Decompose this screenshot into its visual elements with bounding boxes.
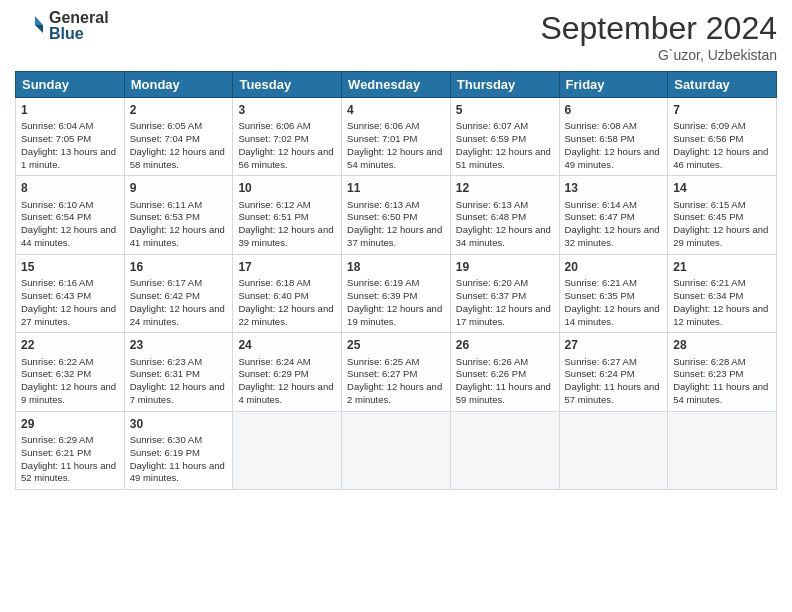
calendar-day-cell: 15Sunrise: 6:16 AMSunset: 6:43 PMDayligh… <box>16 254 125 332</box>
sunrise-time: Sunrise: 6:29 AM <box>21 434 93 445</box>
calendar-day-cell: 30Sunrise: 6:30 AMSunset: 6:19 PMDayligh… <box>124 411 233 489</box>
day-number: 14 <box>673 180 771 196</box>
location: G`uzor, Uzbekistan <box>540 47 777 63</box>
day-number: 18 <box>347 259 445 275</box>
sunset-time: Sunset: 6:48 PM <box>456 211 526 222</box>
sunset-time: Sunset: 7:01 PM <box>347 133 417 144</box>
sunset-time: Sunset: 6:26 PM <box>456 368 526 379</box>
sunrise-time: Sunrise: 6:30 AM <box>130 434 202 445</box>
header-tuesday: Tuesday <box>233 72 342 98</box>
calendar-day-cell: 22Sunrise: 6:22 AMSunset: 6:32 PMDayligh… <box>16 333 125 411</box>
daylight-hours: Daylight: 12 hours and 49 minutes. <box>565 146 660 170</box>
calendar-day-cell <box>559 411 668 489</box>
calendar-day-cell: 18Sunrise: 6:19 AMSunset: 6:39 PMDayligh… <box>342 254 451 332</box>
day-number: 2 <box>130 102 228 118</box>
calendar-table: Sunday Monday Tuesday Wednesday Thursday… <box>15 71 777 490</box>
sunrise-time: Sunrise: 6:13 AM <box>347 199 419 210</box>
sunrise-time: Sunrise: 6:18 AM <box>238 277 310 288</box>
sunrise-time: Sunrise: 6:27 AM <box>565 356 637 367</box>
day-number: 30 <box>130 416 228 432</box>
calendar-week-row: 29Sunrise: 6:29 AMSunset: 6:21 PMDayligh… <box>16 411 777 489</box>
logo-icon <box>15 11 45 41</box>
calendar-day-cell: 29Sunrise: 6:29 AMSunset: 6:21 PMDayligh… <box>16 411 125 489</box>
sunrise-time: Sunrise: 6:22 AM <box>21 356 93 367</box>
day-number: 5 <box>456 102 554 118</box>
daylight-hours: Daylight: 12 hours and 46 minutes. <box>673 146 768 170</box>
daylight-hours: Daylight: 12 hours and 7 minutes. <box>130 381 225 405</box>
header-monday: Monday <box>124 72 233 98</box>
daylight-hours: Daylight: 12 hours and 17 minutes. <box>456 303 551 327</box>
calendar-day-cell: 19Sunrise: 6:20 AMSunset: 6:37 PMDayligh… <box>450 254 559 332</box>
logo-blue: Blue <box>49 26 109 42</box>
day-number: 8 <box>21 180 119 196</box>
daylight-hours: Daylight: 12 hours and 29 minutes. <box>673 224 768 248</box>
sunset-time: Sunset: 6:59 PM <box>456 133 526 144</box>
day-number: 1 <box>21 102 119 118</box>
daylight-hours: Daylight: 11 hours and 59 minutes. <box>456 381 551 405</box>
calendar-day-cell: 2Sunrise: 6:05 AMSunset: 7:04 PMDaylight… <box>124 98 233 176</box>
header-sunday: Sunday <box>16 72 125 98</box>
calendar-week-row: 22Sunrise: 6:22 AMSunset: 6:32 PMDayligh… <box>16 333 777 411</box>
calendar-day-cell: 7Sunrise: 6:09 AMSunset: 6:56 PMDaylight… <box>668 98 777 176</box>
calendar-day-cell: 25Sunrise: 6:25 AMSunset: 6:27 PMDayligh… <box>342 333 451 411</box>
sunrise-time: Sunrise: 6:25 AM <box>347 356 419 367</box>
day-number: 12 <box>456 180 554 196</box>
day-number: 4 <box>347 102 445 118</box>
page-container: General Blue September 2024 G`uzor, Uzbe… <box>0 0 792 500</box>
sunset-time: Sunset: 6:56 PM <box>673 133 743 144</box>
day-number: 3 <box>238 102 336 118</box>
daylight-hours: Daylight: 12 hours and 56 minutes. <box>238 146 333 170</box>
calendar-day-cell: 9Sunrise: 6:11 AMSunset: 6:53 PMDaylight… <box>124 176 233 254</box>
sunrise-time: Sunrise: 6:11 AM <box>130 199 202 210</box>
calendar-day-cell <box>342 411 451 489</box>
calendar-day-cell: 3Sunrise: 6:06 AMSunset: 7:02 PMDaylight… <box>233 98 342 176</box>
sunset-time: Sunset: 6:58 PM <box>565 133 635 144</box>
day-number: 29 <box>21 416 119 432</box>
sunset-time: Sunset: 7:04 PM <box>130 133 200 144</box>
calendar-day-cell: 5Sunrise: 6:07 AMSunset: 6:59 PMDaylight… <box>450 98 559 176</box>
calendar-day-cell <box>668 411 777 489</box>
sunrise-time: Sunrise: 6:23 AM <box>130 356 202 367</box>
daylight-hours: Daylight: 11 hours and 54 minutes. <box>673 381 768 405</box>
logo-text: General Blue <box>49 10 109 42</box>
day-number: 16 <box>130 259 228 275</box>
daylight-hours: Daylight: 12 hours and 12 minutes. <box>673 303 768 327</box>
sunset-time: Sunset: 6:47 PM <box>565 211 635 222</box>
sunrise-time: Sunrise: 6:16 AM <box>21 277 93 288</box>
day-number: 11 <box>347 180 445 196</box>
sunset-time: Sunset: 6:51 PM <box>238 211 308 222</box>
calendar-header-row: Sunday Monday Tuesday Wednesday Thursday… <box>16 72 777 98</box>
sunset-time: Sunset: 6:42 PM <box>130 290 200 301</box>
calendar-week-row: 1Sunrise: 6:04 AMSunset: 7:05 PMDaylight… <box>16 98 777 176</box>
day-number: 24 <box>238 337 336 353</box>
sunrise-time: Sunrise: 6:17 AM <box>130 277 202 288</box>
calendar-day-cell: 24Sunrise: 6:24 AMSunset: 6:29 PMDayligh… <box>233 333 342 411</box>
day-number: 19 <box>456 259 554 275</box>
day-number: 9 <box>130 180 228 196</box>
daylight-hours: Daylight: 12 hours and 37 minutes. <box>347 224 442 248</box>
day-number: 23 <box>130 337 228 353</box>
day-number: 13 <box>565 180 663 196</box>
daylight-hours: Daylight: 12 hours and 39 minutes. <box>238 224 333 248</box>
sunrise-time: Sunrise: 6:04 AM <box>21 120 93 131</box>
calendar-day-cell <box>450 411 559 489</box>
daylight-hours: Daylight: 12 hours and 4 minutes. <box>238 381 333 405</box>
day-number: 25 <box>347 337 445 353</box>
sunset-time: Sunset: 6:37 PM <box>456 290 526 301</box>
sunrise-time: Sunrise: 6:06 AM <box>347 120 419 131</box>
svg-marker-1 <box>35 25 43 33</box>
sunrise-time: Sunrise: 6:05 AM <box>130 120 202 131</box>
sunset-time: Sunset: 6:27 PM <box>347 368 417 379</box>
day-number: 15 <box>21 259 119 275</box>
daylight-hours: Daylight: 12 hours and 14 minutes. <box>565 303 660 327</box>
daylight-hours: Daylight: 12 hours and 24 minutes. <box>130 303 225 327</box>
calendar-day-cell: 26Sunrise: 6:26 AMSunset: 6:26 PMDayligh… <box>450 333 559 411</box>
sunset-time: Sunset: 6:23 PM <box>673 368 743 379</box>
sunset-time: Sunset: 6:45 PM <box>673 211 743 222</box>
calendar-week-row: 15Sunrise: 6:16 AMSunset: 6:43 PMDayligh… <box>16 254 777 332</box>
header-wednesday: Wednesday <box>342 72 451 98</box>
sunrise-time: Sunrise: 6:20 AM <box>456 277 528 288</box>
calendar-day-cell: 20Sunrise: 6:21 AMSunset: 6:35 PMDayligh… <box>559 254 668 332</box>
daylight-hours: Daylight: 12 hours and 54 minutes. <box>347 146 442 170</box>
sunset-time: Sunset: 6:39 PM <box>347 290 417 301</box>
